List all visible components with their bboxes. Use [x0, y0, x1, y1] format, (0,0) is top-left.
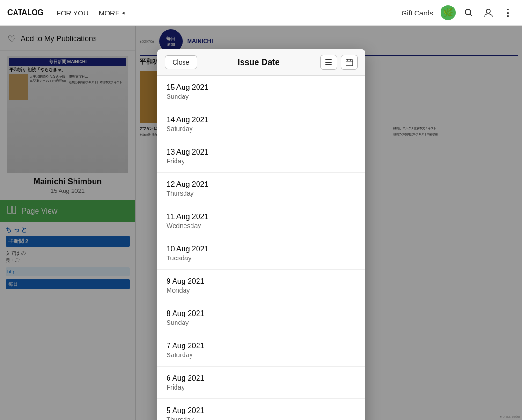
issue-day-value: Monday — [167, 287, 356, 294]
issue-day-value: Sunday — [167, 319, 356, 326]
user-icon[interactable] — [482, 6, 495, 19]
issue-date-value: 14 Aug 2021 — [167, 116, 356, 124]
issue-day-value: Friday — [167, 383, 356, 391]
issue-date-item[interactable]: 9 Aug 2021 Monday — [157, 270, 365, 302]
issue-date-item[interactable]: 12 Aug 2021 Thursday — [157, 173, 365, 205]
issue-date-item[interactable]: 5 Aug 2021 Thursday — [157, 399, 365, 420]
navbar: CATALOG FOR YOU MORE ▾ Gift Cards 🌿 ⋮ — [0, 0, 522, 26]
svg-rect-5 — [325, 59, 332, 60]
issue-day-value: Thursday — [167, 416, 356, 420]
nav-giftcards[interactable]: Gift Cards — [401, 9, 433, 17]
svg-rect-6 — [325, 62, 332, 63]
issue-date-value: 5 Aug 2021 — [167, 406, 356, 415]
issue-day-value: Thursday — [167, 190, 356, 197]
modal-view-icons — [320, 55, 358, 70]
issue-date-item[interactable]: 7 Aug 2021 Saturday — [157, 334, 365, 367]
issue-date-value: 8 Aug 2021 — [167, 309, 356, 318]
svg-point-0 — [465, 9, 471, 15]
issue-day-value: Saturday — [167, 125, 356, 133]
list-view-icon[interactable] — [320, 55, 337, 70]
issue-date-value: 7 Aug 2021 — [167, 342, 356, 350]
svg-rect-8 — [346, 60, 353, 66]
nav-more[interactable]: MORE ▾ — [99, 9, 125, 17]
issue-date-item[interactable]: 13 Aug 2021 Friday — [157, 140, 365, 173]
calendar-view-icon[interactable] — [341, 55, 358, 70]
issue-day-value: Friday — [167, 157, 356, 165]
nav-foryou[interactable]: FOR YOU — [57, 9, 88, 17]
close-button[interactable]: Close — [165, 55, 198, 69]
issue-date-value: 11 Aug 2021 — [167, 213, 356, 221]
modal-header: Close Issue Date — [157, 49, 365, 76]
issue-date-modal: Close Issue Date — [157, 49, 365, 420]
more-menu-icon[interactable]: ⋮ — [501, 6, 515, 19]
issue-date-item[interactable]: 8 Aug 2021 Sunday — [157, 302, 365, 334]
svg-rect-7 — [325, 64, 332, 65]
svg-point-2 — [486, 9, 490, 13]
issue-date-value: 9 Aug 2021 — [167, 277, 356, 286]
issue-date-item[interactable]: 11 Aug 2021 Wednesday — [157, 205, 365, 237]
search-icon[interactable] — [462, 6, 475, 19]
issue-day-value: Tuesday — [167, 254, 356, 262]
chevron-down-icon: ▾ — [120, 11, 126, 14]
app-icon[interactable]: 🌿 — [441, 5, 456, 20]
issue-date-value: 15 Aug 2021 — [167, 83, 356, 92]
issue-date-value: 10 Aug 2021 — [167, 245, 356, 253]
nav-catalog[interactable]: CATALOG — [7, 8, 44, 17]
issue-day-value: Wednesday — [167, 222, 356, 229]
issue-date-value: 6 Aug 2021 — [167, 374, 356, 383]
issue-date-list: 15 Aug 2021 Sunday 14 Aug 2021 Saturday … — [157, 76, 365, 420]
issue-date-item[interactable]: 10 Aug 2021 Tuesday — [157, 237, 365, 270]
issue-date-value: 13 Aug 2021 — [167, 148, 356, 156]
nav-icons: 🌿 ⋮ — [441, 5, 515, 20]
issue-date-item[interactable]: 15 Aug 2021 Sunday — [157, 76, 365, 108]
issue-date-value: 12 Aug 2021 — [167, 180, 356, 189]
issue-date-item[interactable]: 6 Aug 2021 Friday — [157, 367, 365, 399]
svg-line-1 — [470, 14, 472, 16]
issue-day-value: Saturday — [167, 351, 356, 359]
main-content: ♡ Add to My Publications 毎日新聞 MAINICHI 平… — [0, 26, 522, 420]
issue-date-item[interactable]: 14 Aug 2021 Saturday — [157, 108, 365, 140]
issue-day-value: Sunday — [167, 93, 356, 100]
modal-title: Issue Date — [237, 58, 279, 67]
